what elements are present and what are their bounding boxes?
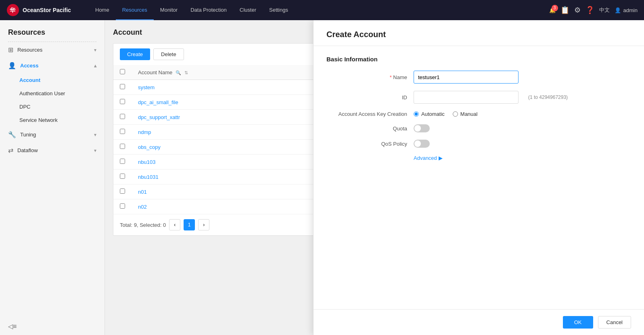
row-checkbox[interactable] [120, 144, 125, 149]
collapse-icon: ◁≡ [8, 323, 17, 330]
select-all-header [113, 65, 132, 80]
document-icon[interactable]: 📋 [560, 6, 569, 15]
row-checkbox[interactable] [120, 188, 125, 194]
sidebar-item-tuning[interactable]: 🔧 Tuning ▾ [0, 127, 105, 142]
total-count: Total: 9, Selected: 0 [120, 222, 166, 228]
huawei-logo-icon: 华 [6, 4, 19, 17]
nav-resources[interactable]: Resources [116, 0, 154, 20]
sidebar-item-dpc[interactable]: DPC [0, 100, 105, 113]
row-checkbox-cell [113, 95, 132, 110]
dataflow-icon: ⇄ [8, 147, 13, 154]
nav-data-protection[interactable]: Data Protection [184, 0, 233, 20]
quota-slider [414, 124, 430, 132]
tuning-icon: 🔧 [8, 131, 16, 138]
nav-settings[interactable]: Settings [263, 0, 295, 20]
resources-icon: ⊞ [8, 46, 13, 54]
nav-home[interactable]: Home [89, 0, 116, 20]
row-checkbox-cell [113, 199, 132, 214]
nav-monitor[interactable]: Monitor [154, 0, 184, 20]
gear-icon[interactable]: ⚙ [574, 6, 581, 15]
automatic-radio-item[interactable]: Automatic [414, 111, 445, 117]
main-layout: Resources ⊞ Resources ▾ 👤 Access ▴ Accou… [0, 20, 644, 335]
user-menu[interactable]: 👤 admin [615, 7, 638, 13]
row-checkbox-cell [113, 140, 132, 155]
automatic-label: Automatic [421, 111, 445, 117]
nav-links: Home Resources Monitor Data Protection C… [89, 0, 539, 20]
quota-label: Quota [326, 126, 407, 132]
select-all-checkbox[interactable] [120, 69, 125, 74]
sidebar-item-label-tuning: Tuning [20, 132, 90, 138]
basic-info-section: Basic Information [326, 56, 631, 63]
row-checkbox-cell [113, 125, 132, 140]
quota-toggle[interactable] [414, 124, 430, 132]
brand: 华 OceanStor Pacific [6, 4, 79, 17]
row-checkbox-cell [113, 110, 132, 125]
panel-header: Create Account [314, 20, 644, 46]
nav-cluster[interactable]: Cluster [233, 0, 263, 20]
id-hint: (1 to 4294967293) [528, 94, 568, 100]
qos-slider [414, 140, 430, 148]
notification-count: 3 [552, 5, 558, 11]
sidebar-item-dataflow[interactable]: ⇄ Dataflow ▾ [0, 142, 105, 158]
row-checkbox-cell [113, 170, 132, 184]
sidebar-item-authentication-user[interactable]: Authentication User [0, 87, 105, 100]
page-1-btn[interactable]: 1 [184, 219, 195, 230]
topnav-right: 🔔 3 📋 ⚙ ❓ 中文 👤 admin [549, 6, 638, 15]
panel-body: Basic Information Name ID (1 to 42949672… [314, 46, 644, 309]
help-icon[interactable]: ❓ [585, 6, 594, 15]
chevron-down-icon-tuning: ▾ [94, 132, 96, 138]
row-checkbox-cell [113, 80, 132, 95]
qos-label: QoS Policy [326, 141, 407, 147]
sort-icon[interactable]: ⇅ [184, 70, 188, 75]
create-account-panel: Create Account Basic Information Name ID… [313, 20, 644, 335]
manual-radio[interactable] [453, 111, 458, 117]
chevron-down-icon-dataflow: ▾ [94, 148, 96, 153]
manual-radio-item[interactable]: Manual [453, 111, 478, 117]
sidebar: Resources ⊞ Resources ▾ 👤 Access ▴ Accou… [0, 20, 105, 335]
qos-row: QoS Policy [326, 140, 631, 148]
sidebar-item-resources[interactable]: ⊞ Resources ▾ [0, 42, 105, 58]
access-icon: 👤 [8, 62, 16, 69]
search-icon[interactable]: 🔍 [176, 70, 181, 75]
qos-toggle[interactable] [414, 140, 430, 148]
access-key-label: Account Access Key Creation [326, 111, 407, 117]
sidebar-item-label-dataflow: Dataflow [17, 147, 90, 153]
language-switcher[interactable]: 中文 [599, 6, 610, 14]
row-checkbox[interactable] [120, 129, 125, 134]
sidebar-collapse-btn[interactable]: ◁≡ [0, 318, 105, 335]
advanced-link[interactable]: Advanced ▶ [414, 155, 631, 161]
id-input[interactable] [414, 91, 519, 104]
top-navigation: 华 OceanStor Pacific Home Resources Monit… [0, 0, 644, 20]
automatic-radio[interactable] [414, 111, 419, 117]
access-key-row: Account Access Key Creation Automatic Ma… [326, 111, 631, 117]
sidebar-item-label-resources: Resources [17, 47, 90, 53]
create-button[interactable]: Create [120, 48, 150, 60]
row-checkbox[interactable] [120, 114, 125, 119]
cancel-button[interactable]: Cancel [598, 316, 631, 329]
row-checkbox-cell [113, 155, 132, 170]
row-checkbox[interactable] [120, 159, 125, 164]
user-avatar-icon: 👤 [615, 7, 621, 13]
notification-bell[interactable]: 🔔 3 [549, 7, 556, 13]
prev-page-btn[interactable]: ‹ [169, 219, 180, 230]
id-label: ID [326, 94, 407, 100]
row-checkbox[interactable] [120, 99, 125, 104]
sidebar-item-service-network[interactable]: Service Network [0, 113, 105, 127]
chevron-up-icon: ▴ [94, 63, 96, 69]
delete-button[interactable]: Delete [153, 48, 184, 60]
svg-text:华: 华 [9, 7, 16, 13]
sidebar-item-label-access: Access [20, 63, 90, 69]
username: admin [623, 7, 638, 13]
next-page-btn[interactable]: › [198, 219, 209, 230]
brand-name: OceanStor Pacific [23, 7, 71, 13]
sidebar-item-account[interactable]: Account [0, 73, 105, 87]
sidebar-item-access[interactable]: 👤 Access ▴ [0, 58, 105, 73]
row-checkbox[interactable] [120, 174, 125, 179]
row-checkbox[interactable] [120, 203, 125, 209]
quota-row: Quota [326, 124, 631, 132]
row-checkbox[interactable] [120, 84, 125, 89]
name-input[interactable] [414, 71, 519, 84]
ok-button[interactable]: OK [563, 316, 593, 329]
arrow-right-icon: ▶ [439, 155, 443, 161]
advanced-label: Advanced [414, 155, 437, 161]
